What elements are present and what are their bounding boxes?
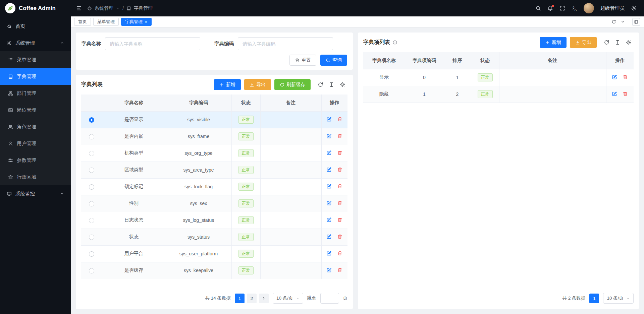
add-dict-button[interactable]: 新增 xyxy=(214,79,241,90)
dict-row[interactable]: 区域类型sys_area_type正常 xyxy=(81,162,347,178)
delete-icon[interactable] xyxy=(337,184,342,189)
row-radio[interactable] xyxy=(89,268,94,273)
breadcrumb-root[interactable]: 系统管理 xyxy=(95,5,113,11)
row-radio[interactable] xyxy=(89,151,94,156)
delete-icon[interactable] xyxy=(337,200,342,206)
dict-row[interactable]: 是否缓存sys_keepalive正常 xyxy=(81,262,347,279)
page-button-1[interactable]: 1 xyxy=(589,294,599,303)
delete-icon[interactable] xyxy=(337,167,342,172)
sidebar-item-dict[interactable]: 字典管理 xyxy=(0,68,71,85)
dict-row[interactable]: 性别sys_sex正常 xyxy=(81,195,347,212)
next-page-button[interactable] xyxy=(259,294,269,303)
query-button[interactable]: 查询 xyxy=(320,55,347,66)
row-radio[interactable] xyxy=(89,251,94,257)
collapse-sidebar-icon[interactable] xyxy=(76,5,82,11)
edit-icon[interactable] xyxy=(326,133,332,139)
jump-page-input[interactable] xyxy=(320,293,339,304)
sidebar-group-system[interactable]: 系统管理 xyxy=(0,35,71,51)
page-button-1[interactable]: 1 xyxy=(235,294,245,303)
edit-icon[interactable] xyxy=(326,167,332,172)
settings-gear-icon[interactable] xyxy=(631,5,637,11)
dict-row[interactable]: 用户平台sys_user_platform正常 xyxy=(81,245,347,262)
edit-icon[interactable] xyxy=(612,91,617,97)
refresh-page-icon[interactable] xyxy=(611,19,616,24)
row-radio[interactable] xyxy=(89,184,94,190)
dict-row[interactable]: 是否显示sys_visible正常 xyxy=(81,111,347,128)
row-radio[interactable] xyxy=(89,134,94,139)
layout-toggle-icon[interactable] xyxy=(632,18,640,26)
status-badge: 正常 xyxy=(238,266,254,274)
notifications-bell-icon[interactable] xyxy=(547,5,553,11)
tab-close-icon[interactable]: × xyxy=(145,20,148,24)
delete-icon[interactable] xyxy=(337,251,342,256)
row-radio[interactable] xyxy=(89,201,94,206)
dict-code-input[interactable] xyxy=(238,37,333,50)
tab-2[interactable]: 字典管理× xyxy=(121,18,152,26)
edit-icon[interactable] xyxy=(612,74,617,80)
user-icon xyxy=(8,141,13,146)
translate-icon[interactable]: 文A xyxy=(572,5,577,11)
tab-options-chevron-icon[interactable] xyxy=(621,19,625,24)
refresh-table-icon[interactable] xyxy=(315,80,325,90)
sidebar-item-region[interactable]: 行政区域 xyxy=(0,169,71,185)
app-logo[interactable]: Coffee Admin xyxy=(0,0,71,16)
sidebar-item-home[interactable]: 首页 xyxy=(0,18,71,35)
edit-icon[interactable] xyxy=(326,251,332,256)
delete-icon[interactable] xyxy=(623,74,628,80)
column-settings-icon[interactable] xyxy=(612,38,623,48)
sidebar-group-monitor[interactable]: 系统监控 xyxy=(0,185,71,202)
edit-icon[interactable] xyxy=(326,217,332,223)
edit-icon[interactable] xyxy=(326,117,332,122)
dict-item-row[interactable]: 隐藏12正常 xyxy=(363,86,634,103)
dict-item-row[interactable]: 显示01正常 xyxy=(363,69,634,86)
dict-row[interactable]: 锁定标记sys_lock_flag正常 xyxy=(81,178,347,195)
delete-icon[interactable] xyxy=(337,117,342,122)
edit-icon[interactable] xyxy=(326,150,332,155)
row-radio[interactable] xyxy=(89,235,94,240)
export-dict-button[interactable]: 导出 xyxy=(244,79,271,90)
table-settings-gear-icon[interactable] xyxy=(624,38,634,48)
user-avatar[interactable] xyxy=(584,3,594,13)
global-search-icon[interactable] xyxy=(535,5,541,11)
edit-icon[interactable] xyxy=(326,184,332,189)
delete-icon[interactable] xyxy=(337,267,342,273)
fullscreen-icon[interactable] xyxy=(559,5,565,11)
edit-icon[interactable] xyxy=(326,267,332,273)
table-settings-gear-icon[interactable] xyxy=(337,80,347,90)
dict-row[interactable]: 日志状态sys_log_status正常 xyxy=(81,212,347,229)
delete-icon[interactable] xyxy=(623,91,628,97)
row-radio[interactable] xyxy=(89,168,94,173)
dict-row[interactable]: 机构类型sys_org_type正常 xyxy=(81,145,347,162)
dict-name-input[interactable] xyxy=(105,37,200,50)
refresh-cache-button[interactable]: 刷新缓存 xyxy=(274,79,311,90)
delete-icon[interactable] xyxy=(337,150,342,155)
edit-icon[interactable] xyxy=(326,234,332,239)
tab-1[interactable]: 菜单管理 xyxy=(93,18,119,26)
username[interactable]: 超级管理员 xyxy=(600,5,625,11)
delete-icon[interactable] xyxy=(337,234,342,239)
column-settings-icon[interactable] xyxy=(326,80,336,90)
sidebar-item-post[interactable]: 岗位管理 xyxy=(0,102,71,118)
sidebar-item-role[interactable]: 角色管理 xyxy=(0,118,71,135)
row-radio[interactable] xyxy=(89,218,94,223)
sidebar-item-dept[interactable]: 部门管理 xyxy=(0,85,71,102)
row-radio[interactable] xyxy=(89,117,94,123)
page-size-select[interactable]: 10 条/页 xyxy=(273,293,303,304)
edit-icon[interactable] xyxy=(326,200,332,206)
dict-row[interactable]: 状态sys_status正常 xyxy=(81,229,347,245)
export-dict-item-button[interactable]: 导出 xyxy=(570,37,597,48)
tab-0[interactable]: 首页 xyxy=(74,18,91,26)
page-button-2[interactable]: 2 xyxy=(247,294,257,303)
app-root: Coffee Admin 首页系统管理菜单管理字典管理部门管理岗位管理角色管理用… xyxy=(0,0,644,314)
reset-button[interactable]: 重置 xyxy=(289,55,316,66)
sidebar-item-menu[interactable]: 菜单管理 xyxy=(0,51,71,68)
delete-icon[interactable] xyxy=(337,133,342,139)
items-page-size-select[interactable]: 10 条/页 xyxy=(603,293,634,304)
sidebar-item-user[interactable]: 用户管理 xyxy=(0,135,71,152)
delete-icon[interactable] xyxy=(337,217,342,223)
add-dict-item-button[interactable]: 新增 xyxy=(540,37,567,48)
column-header: 字典项名称 xyxy=(363,52,405,69)
refresh-table-icon[interactable] xyxy=(601,38,611,48)
dict-row[interactable]: 是否内嵌sys_frame正常 xyxy=(81,128,347,145)
sidebar-item-param[interactable]: 参数管理 xyxy=(0,152,71,169)
